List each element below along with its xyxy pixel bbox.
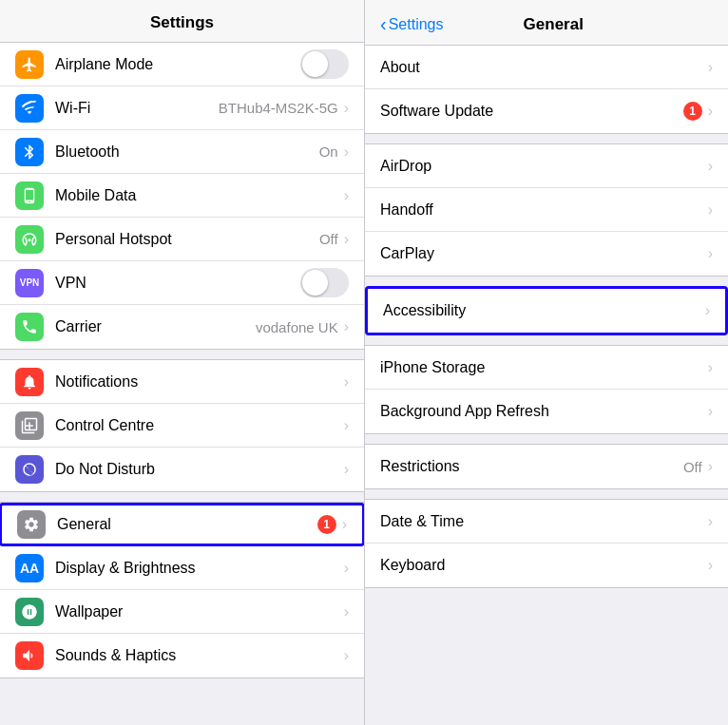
accessibility-chevron: ›	[705, 302, 710, 319]
keyboard-label: Keyboard	[380, 557, 708, 574]
wifi-icon	[15, 94, 44, 123]
mobile-icon	[15, 181, 44, 210]
control-label: Control Centre	[55, 417, 344, 434]
back-button[interactable]: ‹ Settings	[380, 13, 443, 35]
airplane-row[interactable]: Airplane Mode	[0, 43, 364, 86]
hotspot-row[interactable]: Personal Hotspot Off ›	[0, 218, 364, 261]
backgroundapp-label: Background App Refresh	[380, 403, 708, 420]
control-chevron: ›	[344, 417, 349, 434]
bluetooth-row[interactable]: Bluetooth On ›	[0, 130, 364, 174]
left-panel: Settings Airplane Mode Wi-Fi BTHub4-MS2K…	[0, 0, 364, 725]
datetime-row[interactable]: Date & Time ›	[365, 500, 728, 544]
right-title: General	[450, 15, 656, 34]
bluetooth-icon	[15, 138, 44, 166]
control-row[interactable]: Control Centre ›	[0, 404, 364, 448]
notifications-chevron: ›	[344, 373, 349, 391]
system2-group: General 1 › AA Display & Brightness › Wa…	[0, 502, 364, 678]
mobile-row[interactable]: Mobile Data ›	[0, 174, 364, 218]
control-icon	[15, 411, 44, 440]
accessibility-group: Accessibility ›	[365, 286, 728, 335]
keyboard-row[interactable]: Keyboard ›	[365, 544, 728, 587]
carplay-chevron: ›	[708, 245, 713, 262]
right-panel: ‹ Settings General About › Software Upda…	[364, 0, 728, 725]
about-chevron: ›	[708, 59, 713, 76]
bluetooth-label: Bluetooth	[55, 143, 319, 161]
restrictions-chevron: ›	[708, 458, 713, 475]
sounds-row[interactable]: Sounds & Haptics ›	[0, 634, 364, 677]
general-icon	[17, 510, 46, 539]
donotdisturb-row[interactable]: Do Not Disturb ›	[0, 448, 364, 491]
notifications-label: Notifications	[55, 373, 344, 391]
general-chevron: ›	[342, 516, 347, 533]
hotspot-icon	[15, 225, 44, 254]
mobile-label: Mobile Data	[55, 187, 344, 204]
donotdisturb-icon	[15, 455, 44, 484]
datetime-chevron: ›	[708, 513, 713, 530]
general-badge: 1	[317, 515, 336, 534]
general-row[interactable]: General 1 ›	[0, 503, 364, 546]
hotspot-chevron: ›	[344, 231, 349, 248]
airplane-label: Airplane Mode	[55, 56, 300, 73]
carrier-value: vodafone UK	[256, 319, 338, 335]
carplay-row[interactable]: CarPlay ›	[365, 232, 728, 276]
airdrop-label: AirDrop	[380, 158, 708, 175]
wifi-value: BTHub4-MS2K-5G	[219, 100, 338, 116]
system1-group: Notifications › Control Centre › Do Not …	[0, 359, 364, 492]
iphonestorage-label: iPhone Storage	[380, 359, 708, 376]
display-row[interactable]: AA Display & Brightness ›	[0, 546, 364, 590]
storage-group: iPhone Storage › Background App Refresh …	[365, 345, 728, 434]
donotdisturb-label: Do Not Disturb	[55, 461, 344, 478]
right-header: ‹ Settings General	[365, 0, 728, 46]
airplane-icon	[15, 50, 44, 79]
notifications-row[interactable]: Notifications ›	[0, 360, 364, 404]
hotspot-label: Personal Hotspot	[55, 231, 319, 248]
restrictions-section: Restrictions Off ›	[365, 444, 728, 489]
sounds-chevron: ›	[344, 647, 349, 664]
sounds-icon	[15, 641, 44, 670]
info-group: About › Software Update 1 ›	[365, 46, 728, 134]
about-label: About	[380, 59, 708, 76]
sounds-label: Sounds & Haptics	[55, 647, 344, 664]
vpn-icon: VPN	[15, 269, 44, 297]
accessibility-row[interactable]: Accessibility ›	[368, 289, 725, 333]
general-label: General	[57, 516, 317, 533]
backgroundapp-row[interactable]: Background App Refresh ›	[365, 390, 728, 433]
iphonestorage-row[interactable]: iPhone Storage ›	[365, 346, 728, 390]
donotdisturb-chevron: ›	[344, 461, 349, 478]
restrictions-row[interactable]: Restrictions Off ›	[365, 445, 728, 488]
mobile-chevron: ›	[344, 187, 349, 204]
wallpaper-chevron: ›	[344, 603, 349, 620]
sharing-group: AirDrop › Handoff › CarPlay ›	[365, 143, 728, 277]
carrier-row[interactable]: Carrier vodafone UK ›	[0, 305, 364, 349]
softwareupdate-label: Software Update	[380, 103, 683, 120]
carrier-chevron: ›	[344, 318, 349, 335]
wifi-chevron: ›	[344, 100, 349, 117]
display-chevron: ›	[344, 560, 349, 577]
datetime-section: Date & Time › Keyboard ›	[365, 499, 728, 588]
airdrop-row[interactable]: AirDrop ›	[365, 144, 728, 188]
backgroundapp-chevron: ›	[708, 403, 713, 420]
softwareupdate-chevron: ›	[708, 103, 713, 120]
carrier-label: Carrier	[55, 318, 256, 335]
wallpaper-label: Wallpaper	[55, 603, 344, 620]
datetime-label: Date & Time	[380, 513, 708, 530]
softwareupdate-badge: 1	[683, 102, 702, 121]
wifi-row[interactable]: Wi-Fi BTHub4-MS2K-5G ›	[0, 86, 364, 130]
bluetooth-value: On	[319, 143, 338, 160]
notifications-icon	[15, 368, 44, 396]
back-label: Settings	[389, 16, 444, 33]
about-row[interactable]: About ›	[365, 46, 728, 89]
wifi-label: Wi-Fi	[55, 100, 219, 117]
airplane-toggle[interactable]	[300, 49, 349, 79]
back-chevron-icon: ‹	[380, 13, 387, 35]
restrictions-label: Restrictions	[380, 458, 683, 475]
iphonestorage-chevron: ›	[708, 359, 713, 376]
wallpaper-row[interactable]: Wallpaper ›	[0, 590, 364, 634]
softwareupdate-row[interactable]: Software Update 1 ›	[365, 89, 728, 133]
vpn-toggle[interactable]	[300, 268, 349, 297]
vpn-row[interactable]: VPN VPN	[0, 261, 364, 305]
handoff-chevron: ›	[708, 201, 713, 219]
handoff-row[interactable]: Handoff ›	[365, 188, 728, 232]
left-title: Settings	[150, 13, 214, 31]
left-header: Settings	[0, 0, 364, 43]
